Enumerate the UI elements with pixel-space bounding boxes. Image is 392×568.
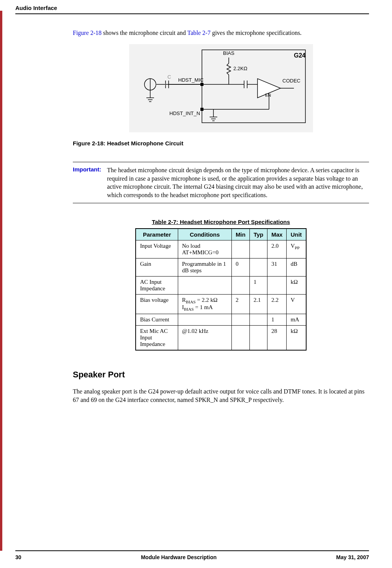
footer-title: Module Hardware Description	[141, 554, 217, 560]
cell-unit: kΩ	[287, 277, 306, 295]
table-row: Bias voltageRBIAS = 2.2 kΩIBIAS = 1 mA22…	[136, 295, 306, 314]
cell-typ	[249, 326, 267, 351]
cell-max	[267, 277, 287, 295]
intro-text-2: gives the microphone specifications.	[210, 30, 302, 36]
table-header-row: Parameter Conditions Min Typ Max Unit	[136, 229, 306, 240]
cell-unit: VPP	[287, 240, 306, 258]
section-header: Audio Interface	[15, 5, 369, 14]
cap-c-label: C	[167, 74, 171, 80]
table-row: AC Input Impedance1kΩ	[136, 277, 306, 295]
footer-date: May 31, 2007	[336, 554, 369, 560]
cell-unit: V	[287, 295, 306, 314]
hdst-int-n-label: HDST_INT_N	[169, 110, 200, 116]
footer-page-number: 30	[15, 554, 21, 560]
page-footer: 30 Module Hardware Description May 31, 2…	[15, 550, 369, 560]
th-unit: Unit	[287, 229, 306, 240]
cell-max: 1	[267, 314, 287, 326]
cell-typ	[249, 240, 267, 258]
table-caption: Table 2-7: Headset Microphone Port Speci…	[73, 219, 369, 225]
cell-min	[231, 240, 249, 258]
cell-conditions: No loadAT+MMICG=0	[178, 240, 231, 258]
intro-paragraph: Figure 2-18 shows the microphone circuit…	[73, 30, 369, 36]
cell-conditions: Programmable in 1 dB steps	[178, 258, 231, 277]
cell-conditions: @1.02 kHz	[178, 326, 231, 351]
note-label: Important:	[73, 166, 101, 199]
cell-typ: 1	[249, 277, 267, 295]
table-ref-link[interactable]: Table 2-7	[187, 30, 211, 36]
cell-conditions	[178, 277, 231, 295]
table-row: Ext Mic AC Input Impedance@1.02 kHz28kΩ	[136, 326, 306, 351]
en-label: EN	[265, 93, 271, 97]
cell-max: 2.2	[267, 295, 287, 314]
left-red-bar	[0, 11, 2, 551]
th-min: Min	[231, 229, 249, 240]
speaker-port-heading: Speaker Port	[73, 370, 369, 380]
circuit-diagram: G24 BIAS 2.2KΩ HDST_MIC	[129, 44, 313, 132]
cell-min	[231, 326, 249, 351]
cell-min	[231, 277, 249, 295]
hdst-mic-label: HDST_MIC	[178, 77, 203, 83]
th-conditions: Conditions	[178, 229, 231, 240]
figure-ref-link[interactable]: Figure 2-18	[73, 30, 102, 36]
cell-typ	[249, 314, 267, 326]
g24-label: G24	[294, 52, 305, 59]
cell-typ	[249, 258, 267, 277]
svg-rect-0	[202, 50, 305, 123]
speaker-port-paragraph: The analog speaker port is the G24 power…	[73, 387, 369, 404]
important-note: Important: The headset microphone circui…	[73, 162, 369, 203]
intro-text-1: shows the microphone circuit and	[102, 30, 187, 36]
cell-parameter: Ext Mic AC Input Impedance	[136, 326, 178, 351]
th-typ: Typ	[249, 229, 267, 240]
cell-parameter: Input Voltage	[136, 240, 178, 258]
th-max: Max	[267, 229, 287, 240]
cell-max: 28	[267, 326, 287, 351]
cell-parameter: Gain	[136, 258, 178, 277]
spec-table: Parameter Conditions Min Typ Max Unit In…	[135, 228, 306, 351]
cell-unit: kΩ	[287, 326, 306, 351]
cell-max: 2.0	[267, 240, 287, 258]
bias-label: BIAS	[223, 50, 235, 56]
cell-min: 2	[231, 295, 249, 314]
cell-min: 0	[231, 258, 249, 277]
cell-min	[231, 314, 249, 326]
cell-unit: mA	[287, 314, 306, 326]
figure-caption: Figure 2-18: Headset Microphone Circuit	[73, 140, 369, 147]
table-row: Bias Current1mA	[136, 314, 306, 326]
cell-parameter: Bias voltage	[136, 295, 178, 314]
codec-label: CODEC	[282, 78, 300, 84]
cell-typ: 2.1	[249, 295, 267, 314]
cell-unit: dB	[287, 258, 306, 277]
th-parameter: Parameter	[136, 229, 178, 240]
resistor-label: 2.2KΩ	[233, 66, 248, 71]
cell-parameter: Bias Current	[136, 314, 178, 326]
note-text: The headset microphone circuit design de…	[107, 166, 369, 199]
table-row: Input VoltageNo loadAT+MMICG=02.0VPP	[136, 240, 306, 258]
cell-parameter: AC Input Impedance	[136, 277, 178, 295]
cell-conditions: RBIAS = 2.2 kΩIBIAS = 1 mA	[178, 295, 231, 314]
cell-max: 31	[267, 258, 287, 277]
cell-conditions	[178, 314, 231, 326]
table-row: GainProgrammable in 1 dB steps031dB	[136, 258, 306, 277]
